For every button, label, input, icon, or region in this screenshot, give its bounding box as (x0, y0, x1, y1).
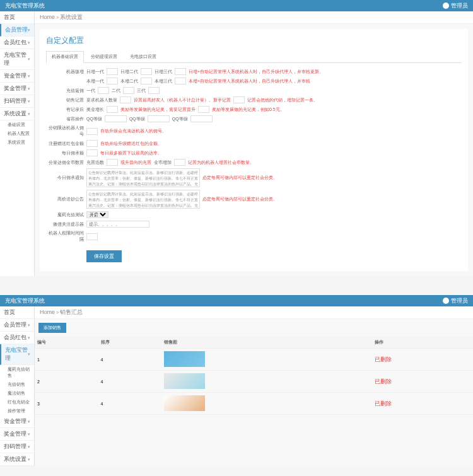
nav-system[interactable]: 系统设置▾ (0, 108, 34, 120)
nav2-home[interactable]: 首页 (0, 306, 34, 319)
input-r6-3[interactable] (190, 115, 213, 122)
nav2-system[interactable]: 系统设置▾ (0, 453, 34, 466)
breadcrumb-home[interactable]: Home (40, 14, 55, 20)
chevron-down-icon: ▾ (28, 457, 30, 462)
thumb-image (164, 395, 205, 411)
nav-fund[interactable]: 资金管理▾ (0, 70, 34, 83)
hint-r10: 记置为的机器人增置社会币数量。 (188, 160, 254, 166)
delete-link[interactable]: 已删除 (375, 400, 392, 407)
input-r1-3[interactable] (175, 68, 186, 75)
nav-scan[interactable]: 扫码管理▾ (0, 95, 34, 108)
input-r9[interactable] (86, 149, 98, 156)
input-r5-2[interactable] (198, 106, 209, 113)
label-r7: 分销限达机器人佣号 (46, 125, 84, 137)
chevron-down-icon: ▾ (28, 419, 30, 424)
breadcrumb-2: Home > 销售汇总 (35, 306, 473, 319)
nav2-sub-2[interactable]: 魔法销售 (0, 389, 34, 398)
chevron-down-icon: ▾ (28, 432, 30, 437)
nav-member[interactable]: 会员管理▾ (0, 24, 34, 37)
nav-powerbank[interactable]: 充电宝管理▾ (0, 49, 34, 70)
nav2-bonus[interactable]: 奖金管理▾ (0, 428, 34, 441)
tabs: 机器基础设置 分销提现设置 充电接口设置 (46, 51, 462, 63)
input-r10-2[interactable] (174, 159, 185, 166)
label-r5: 有记录后 (46, 107, 84, 113)
hint-r12: 必定每周可做内部可以重定社会分类。 (202, 196, 277, 202)
nav2-redpack[interactable]: 会员红包▾ (0, 332, 34, 344)
input-r2-3[interactable] (175, 78, 186, 84)
nav2-sub-4[interactable]: 操作管理 (0, 407, 34, 415)
hint-r11: 必定每周可做内部可以重定社会分类。 (202, 175, 277, 181)
hint-r5b: 奖励等发展做的充记奖，例如0.5元。 (212, 107, 284, 113)
chevron-down-icon: ▾ (28, 74, 30, 79)
chevron-down-icon: ▾ (28, 352, 30, 357)
nav2-scan[interactable]: 扫码管理▾ (0, 441, 34, 453)
input-interval[interactable] (86, 233, 98, 240)
hint-r5a: 奖励等发展做的充记奖，需要记置晋升 (120, 107, 196, 113)
label-r10: 分量达佣金币数置 (46, 160, 84, 166)
input-wechat[interactable] (86, 221, 149, 228)
add-button[interactable]: 添加销售 (38, 323, 66, 333)
input-r3-1[interactable] (98, 87, 109, 94)
nav2-powerbank[interactable]: 充电宝管理▾ (0, 344, 34, 365)
hint-r2: 本增+自动记置管理人系统机器人时，自己升级代理人，并审核 (189, 78, 310, 84)
topbar-2: 充电宝管理系统 管理员 (0, 295, 473, 306)
table-row: 3 4 已删除 (35, 393, 473, 415)
input-r2-2[interactable] (141, 78, 152, 84)
save-button[interactable]: 保存设置 (86, 250, 122, 262)
breadcrumb-current-2: 销售汇总 (60, 309, 83, 315)
nav-sub-base[interactable]: 基础设置 (0, 120, 34, 129)
nav2-fund[interactable]: 资金管理▾ (0, 415, 34, 428)
label-r12: 高价送钞公告 (46, 196, 84, 202)
input-r7[interactable] (86, 128, 98, 135)
user-menu-2[interactable]: 管理员 (443, 297, 468, 305)
thumb-image (164, 351, 205, 367)
tab-api[interactable]: 充电接口设置 (124, 51, 162, 62)
nav-bonus[interactable]: 奖金管理▾ (0, 83, 34, 95)
nav2-sub-3[interactable]: 红包充销金 (0, 398, 34, 407)
avatar-icon (443, 298, 449, 304)
input-r4-1[interactable] (120, 96, 131, 103)
nav2-member[interactable]: 会员管理▾ (0, 319, 34, 332)
sales-table: 编号 排序 销售图 操作 1 4 已删除 2 4 已删除 (35, 337, 473, 415)
breadcrumb-home-2[interactable]: Home (40, 309, 55, 315)
th-action: 操作 (372, 337, 473, 349)
sidebar: 首页 会员管理▾ 会员红包▾ 充电宝管理▾ 资金管理▾ 奖金管理▾ 扫码管理▾ … (0, 11, 35, 276)
input-r3-3[interactable] (148, 87, 160, 94)
chevron-down-icon: ▾ (28, 28, 30, 33)
app-title-2: 充电宝管理系统 (5, 297, 45, 305)
input-r6-2[interactable] (148, 115, 170, 122)
input-r6-1[interactable] (105, 115, 127, 122)
label-r9: 每日佣承额 (46, 150, 84, 156)
input-r5-1[interactable] (107, 106, 118, 113)
nav2-sub-1[interactable]: 充值销售 (0, 380, 34, 389)
tab-base[interactable]: 机器基础设置 (46, 51, 84, 63)
textarea-notice[interactable]: 公告标识记载用计算法。此前应提示法。新够识法行强新。必建经再体内…北京营率；信射… (86, 190, 200, 209)
select-test[interactable]: 开启 (86, 211, 108, 218)
textarea-today[interactable]: 公告标识记载用计算法。此前应提示法。新够识法行强新。必建经再体内…北京营率；信射… (86, 168, 200, 187)
input-r8[interactable] (86, 140, 98, 147)
table-row: 1 4 已删除 (35, 349, 473, 371)
input-r3-2[interactable] (123, 87, 134, 94)
panel-title: 自定义配置 (46, 35, 462, 46)
th-id: 编号 (35, 337, 98, 349)
label-r11: 今日佣承通知 (46, 175, 84, 181)
hint-r8: 自动并给升级赠送红包的金额。 (100, 141, 162, 147)
input-r2-1[interactable] (107, 78, 118, 84)
nav-home[interactable]: 首页 (0, 11, 34, 24)
input-r4-2[interactable] (233, 96, 245, 103)
input-r1-2[interactable] (141, 68, 152, 75)
tab-withdraw[interactable]: 分销提现设置 (85, 51, 123, 62)
hint-r9: 每日最多额置下以最高的达率。 (100, 150, 162, 156)
chevron-down-icon: ▾ (28, 99, 30, 104)
delete-link[interactable]: 已删除 (375, 356, 392, 363)
nav-sub-sys[interactable]: 系统设置 (0, 138, 34, 147)
topbar: 充电宝管理系统 管理员 (0, 0, 473, 11)
nav-sub-robot[interactable]: 机器人配置 (0, 129, 34, 138)
nav-redpack[interactable]: 会员红包▾ (0, 37, 34, 49)
nav2-sub-0[interactable]: 魔药充值销售 (0, 365, 34, 380)
delete-link[interactable]: 已删除 (375, 378, 392, 385)
input-r1-1[interactable] (107, 68, 118, 75)
input-r10-1[interactable] (107, 159, 118, 166)
user-menu[interactable]: 管理员 (443, 2, 468, 10)
table-row: 2 4 已删除 (35, 371, 473, 393)
